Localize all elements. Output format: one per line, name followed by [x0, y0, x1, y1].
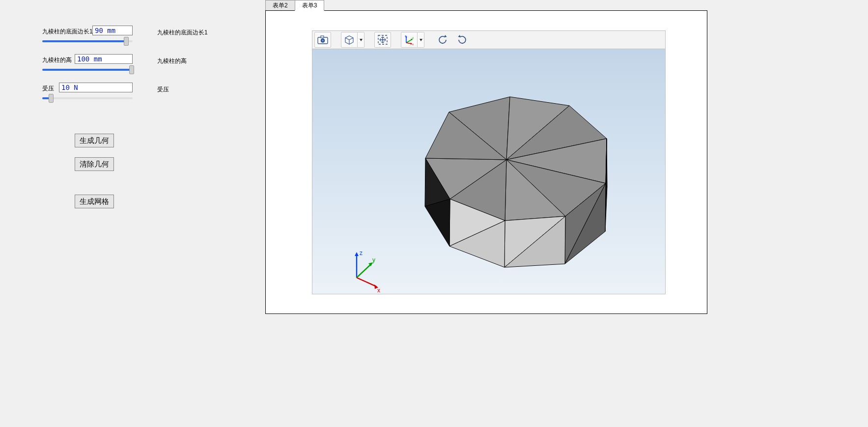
cube-dropdown[interactable]	[358, 32, 364, 48]
tab-form2[interactable]: 表单2	[265, 0, 295, 11]
generate-mesh-button[interactable]: 生成网格	[75, 195, 114, 208]
axis-label-x: x	[377, 287, 380, 294]
param-label-height: 九棱柱的高	[42, 56, 72, 64]
canvas-3d[interactable]: z y x	[312, 49, 666, 294]
svg-point-3	[322, 39, 324, 41]
slider-pressure[interactable]	[42, 97, 133, 99]
axis-label-z: z	[360, 250, 363, 256]
parameter-panel: 九棱柱的底面边长1 九棱柱的底面边长1 九棱柱的高 九棱柱的高 受压 受压 生成…	[0, 0, 265, 427]
slider-height[interactable]	[42, 69, 133, 71]
svg-rect-1	[321, 36, 324, 38]
tab-strip: 表单2 表单3	[265, 0, 324, 11]
rotate-cw-icon[interactable]	[454, 32, 471, 48]
svg-line-31	[357, 264, 371, 278]
slider-edge[interactable]	[42, 40, 133, 42]
tab-form3[interactable]: 表单3	[295, 0, 325, 11]
svg-text:y: y	[412, 36, 414, 39]
svg-text:z: z	[405, 34, 406, 37]
viewport-frame: z y x	[265, 10, 707, 314]
param-input-edge[interactable]	[92, 26, 133, 35]
rotate-ccw-icon[interactable]	[434, 32, 451, 48]
param-input-height[interactable]	[75, 54, 133, 64]
toolbar-3d: z y x	[312, 30, 666, 49]
axes-icon[interactable]: z y x	[401, 32, 418, 48]
svg-text:x: x	[412, 43, 414, 45]
camera-icon[interactable]	[314, 32, 331, 48]
param-rightlabel-pressure: 受压	[157, 85, 169, 94]
param-rightlabel-height: 九棱柱的高	[157, 57, 187, 65]
svg-line-32	[357, 278, 376, 286]
fit-icon[interactable]	[374, 32, 391, 48]
param-label-edge: 九棱柱的底面边长1	[42, 28, 93, 36]
svg-line-6	[406, 39, 412, 43]
axis-label-y: y	[372, 256, 375, 263]
param-label-pressure: 受压	[42, 85, 54, 93]
param-rightlabel-edge: 九棱柱的底面边长1	[157, 28, 208, 37]
prism-render: z y x	[312, 49, 666, 294]
svg-marker-29	[425, 199, 450, 246]
axes-dropdown[interactable]	[418, 32, 424, 48]
clear-geometry-button[interactable]: 清除几何	[75, 157, 114, 171]
generate-geometry-button[interactable]: 生成几何	[75, 134, 114, 147]
param-input-pressure[interactable]	[59, 83, 133, 92]
cube-icon[interactable]	[341, 32, 358, 48]
